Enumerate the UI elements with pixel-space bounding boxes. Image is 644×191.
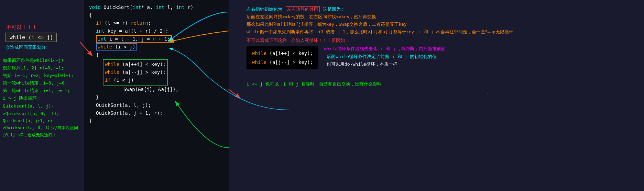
init-annotation: 左右指针初始化为 左右边界的外围 这是因为: (247, 5, 640, 12)
eq-ok-annotation: i <= j 也可以，i 和 j 相等时，自己和自己交换，没有什么影响 (247, 81, 640, 87)
dowhile-comment: 也可以用do-while循环，本质一样 (327, 60, 446, 68)
code-line-7: while (a[++i] < key); (105, 60, 166, 68)
init-comment: 左右指针初始化为 (247, 7, 282, 12)
code-line-8: while (a[--j] > key); (105, 68, 166, 76)
no-write-warning: 不可以写成下面这样，会陷入死循环！！！原因如上 (247, 37, 640, 44)
code-line-0: void QuickSort(int* a, int l, int r) (89, 3, 224, 11)
code-line-3: int key = a[(l + r) / 2]; (89, 27, 224, 35)
loop-line-1: 初始 i=-1, r=2; key=a[0]=1; (3, 72, 81, 79)
code-line-4: int i = l - 1, j = r + 1; (89, 35, 224, 43)
code-line-12: QuickSort(a, l, j); (89, 101, 224, 109)
loop-line-6: Quicksort(a, j+1, r)->Quicksort(a, 0, 1)… (3, 117, 81, 138)
loop-line-5: Quicksort(a, l, j)->Quicksort(a, 0, -1); (3, 102, 81, 117)
loop-line-0: 例如序列[1, 2]->l=0,r=1; (3, 64, 81, 72)
cause-annotation: 会造成区间无限划分！ (6, 44, 81, 50)
init-reason: 这是因为: (323, 7, 343, 12)
page-container: 不可以！！！ while (i <= j) 会造成区间无限划分！ 如果循环条件是… (0, 0, 644, 191)
init-red: 左右边界的外围 (286, 6, 320, 12)
black-code-box: while (a[i++] < key); while (a[j--] > ke… (247, 46, 318, 69)
left-panel: 不可以！！！ while (i <= j) 会造成区间无限划分！ 如果循环条件是… (0, 0, 84, 191)
loop-title: 如果循环条件是while(i<=j) (3, 57, 81, 64)
black-box-area: while (a[i++] < key); while (a[j--] > ke… (247, 45, 640, 70)
code-line-11: } (89, 93, 224, 101)
black-line-0: while (a[i++] < key); (252, 49, 313, 58)
right-comment1: while循环条件必须先变化 i 和 j ,再判断；由后面推前面 (324, 45, 446, 53)
code-line-1: { (89, 11, 224, 19)
code-panel: void QuickSort(int* a, int l, int r) { i… (84, 0, 229, 191)
reason-line-0: 后面在左区间寻找>=key的数，在右区间寻找<=key，然后再交换 (247, 13, 640, 21)
reason-lines: 后面在左区间寻找>=key的数，在右区间寻找<=key，然后再交换 那么如果此时… (247, 13, 640, 35)
while-box: while (i <= j) (6, 33, 57, 42)
green-box: while (a[++i] < key); while (a[--j] > ke… (103, 59, 168, 86)
code-line-2: if (l >= r) return; (89, 19, 224, 27)
loop-line-4: i > j 跳出循环； (3, 94, 81, 102)
code-line-9: if (i < j) (105, 76, 166, 84)
dot: . (336, 91, 640, 94)
bukan-annotation: 不可以！！！ (6, 24, 81, 31)
loop-line-3: 第二轮while结束，i=1, j=-1; (3, 87, 81, 94)
code-line-5: while (i < j) (89, 43, 224, 51)
code-line-13: QuickSort(a, j + 1, r); (89, 109, 224, 117)
code-line-10: Swap(&a[i], &a[j]); (89, 86, 224, 93)
loop-annotation: 如果循环条件是while(i<=j) 例如序列[1, 2]->l=0,r=1; … (3, 57, 81, 138)
loop-line-2: 第一轮while结束，i=0, j=0; (3, 79, 81, 87)
reason-line-2: while循环中如果先判断条件再将 i+1 或者 j-1，那么此时a[i]和a[… (247, 28, 640, 35)
reason-line-1: 那么如果此时的a[i]和a[j]相等，都为key，Swap交换之后，二者还是等于… (247, 21, 640, 28)
right-panel: 左右指针初始化为 左右边界的外围 这是因为: 后面在左区间寻找>=key的数，在… (229, 0, 644, 191)
code-line-6: { (89, 51, 224, 59)
right-comment2: 后面while循环条件决定了前面 i 和 j 的初始化的值 (327, 53, 446, 60)
black-line-1: while (a[j--] > key); (252, 58, 313, 67)
code-line-14: } (89, 117, 224, 125)
right-comments: while循环条件必须先变化 i 和 j ,再判断；由后面推前面 后面while… (324, 45, 446, 68)
